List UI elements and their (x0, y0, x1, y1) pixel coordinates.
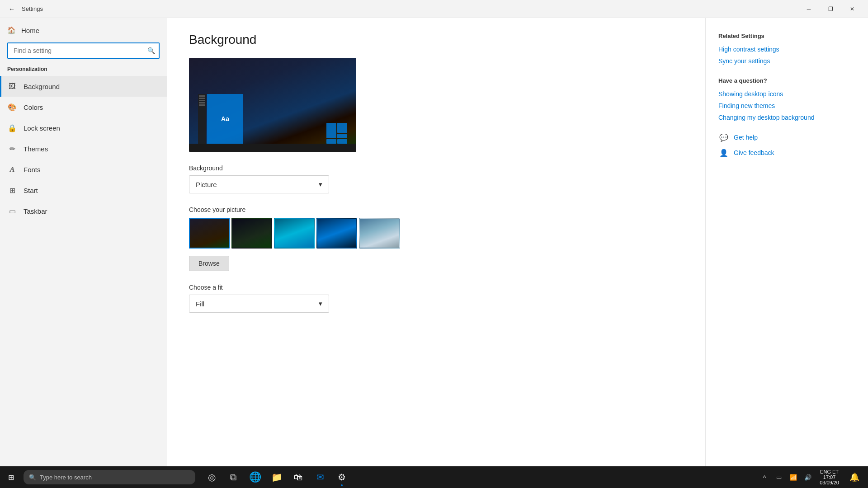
back-button[interactable]: ← (5, 3, 18, 15)
tray-volume-icon[interactable]: 🔊 (802, 471, 814, 483)
taskbar-settings-app[interactable]: ⚙ (331, 466, 353, 488)
preview-taskbar (189, 144, 356, 152)
preview-tile (326, 139, 336, 144)
close-button[interactable]: ✕ (842, 0, 863, 18)
taskbar-explorer[interactable]: 📁 (266, 466, 288, 488)
picture-thumb-4[interactable] (316, 218, 357, 249)
taskbar-tray: ^ ▭ 📶 🔊 ENG ET 17:07 03/09/20 🔔 (758, 466, 868, 488)
picture-thumb-3[interactable] (274, 218, 315, 249)
preview-tile (326, 123, 336, 138)
tray-time: 17:07 (823, 474, 836, 480)
preview-main: Aa (207, 94, 243, 144)
give-feedback-link[interactable]: Give feedback (734, 149, 774, 156)
taskbar-search-app[interactable]: ◎ (201, 466, 222, 488)
picture-thumb-1[interactable] (189, 218, 230, 249)
taskbar-search-box[interactable]: 🔍 Type here to search (24, 470, 195, 484)
related-settings-title: Related Settings (718, 33, 855, 39)
tray-network-icon[interactable]: 📶 (787, 471, 800, 483)
preview-line (199, 102, 205, 103)
sidebar-item-taskbar[interactable]: ▭ Taskbar (0, 201, 167, 221)
taskbar-edge[interactable]: 🌐 (244, 466, 266, 488)
taskbar-search-placeholder: Type here to search (40, 474, 92, 481)
background-dropdown-value: Picture (196, 181, 217, 188)
preview-window: Aa (198, 94, 243, 144)
search-input[interactable] (7, 42, 160, 59)
picture-thumb-2[interactable] (231, 218, 272, 249)
taskbar-app-icons: ◎ ⧉ 🌐 📁 🛍 ✉ ⚙ (201, 466, 353, 488)
sidebar-item-colors[interactable]: 🎨 Colors (0, 97, 167, 117)
finding-new-themes-item[interactable]: Finding new themes (718, 102, 855, 109)
taskbar-task-view[interactable]: ⧉ (222, 466, 244, 488)
get-help-item[interactable]: 💬 Get help (718, 132, 855, 143)
search-wrap: 🔍 (7, 42, 160, 59)
give-feedback-item[interactable]: 👤 Give feedback (718, 147, 855, 158)
window-controls: ─ ❐ ✕ (798, 0, 863, 18)
lock-screen-icon: 🔒 (7, 123, 17, 133)
background-preview: Aa (189, 58, 356, 152)
start-icon: ⊞ (7, 185, 17, 195)
high-contrast-link[interactable]: High contrast settings (718, 46, 855, 53)
colors-icon: 🎨 (7, 102, 17, 112)
chevron-down-icon: ▾ (319, 180, 322, 188)
sidebar-item-label-colors: Colors (24, 103, 43, 111)
showing-desktop-icons-link[interactable]: Showing desktop icons (718, 90, 783, 98)
have-question-label: Have a question? (718, 77, 855, 84)
themes-icon: ✏ (7, 144, 17, 154)
changing-desktop-background-link[interactable]: Changing my desktop background (718, 114, 814, 121)
right-panel: Related Settings High contrast settings … (705, 18, 868, 466)
sidebar-item-label-fonts: Fonts (24, 166, 41, 174)
sidebar-section-label: Personalization (0, 64, 167, 76)
picture-grid (189, 218, 684, 249)
taskbar-mail[interactable]: ✉ (309, 466, 331, 488)
tray-clock[interactable]: ENG ET 17:07 03/09/20 (816, 466, 843, 488)
sidebar-item-label-lock-screen: Lock screen (24, 124, 60, 132)
preview-tiles (326, 123, 347, 144)
tray-chevron-icon[interactable]: ^ (758, 471, 771, 483)
fit-dropdown-value: Fill (196, 300, 204, 308)
tray-notification-icon[interactable]: 🔔 (844, 466, 864, 488)
tray-display-icon[interactable]: ▭ (773, 471, 785, 483)
tray-language: ENG ET (820, 469, 839, 474)
showing-desktop-icons-item[interactable]: Showing desktop icons (718, 90, 855, 98)
sidebar-item-label-themes: Themes (24, 145, 48, 153)
sidebar-home-button[interactable]: 🏠 Home (0, 22, 167, 39)
fit-dropdown-wrap: Fill ▾ (189, 295, 684, 313)
sidebar-item-label-taskbar: Taskbar (24, 207, 47, 215)
finding-new-themes-link[interactable]: Finding new themes (718, 102, 775, 109)
get-help-link[interactable]: Get help (734, 134, 758, 141)
taskbar-search-icon: 🔍 (29, 474, 36, 481)
fit-dropdown[interactable]: Fill ▾ (189, 295, 329, 313)
sync-settings-link[interactable]: Sync your settings (718, 57, 855, 65)
app-title: Settings (22, 5, 43, 12)
changing-desktop-background-item[interactable]: Changing my desktop background (718, 114, 855, 121)
taskbar-nav-icon: ▭ (7, 206, 17, 216)
sidebar-item-lock-screen[interactable]: 🔒 Lock screen (0, 117, 167, 138)
give-feedback-icon: 👤 (718, 147, 729, 158)
page-title: Background (189, 33, 684, 47)
search-icon: 🔍 (147, 47, 155, 54)
start-button[interactable]: ⊞ (0, 466, 22, 488)
choose-picture-label: Choose your picture (189, 206, 684, 213)
picture-thumb-5[interactable] (359, 218, 400, 249)
restore-button[interactable]: ❐ (820, 0, 841, 18)
fonts-icon: A (7, 164, 17, 174)
sidebar-item-label-start: Start (24, 187, 38, 194)
sidebar: 🏠 Home 🔍 Personalization 🖼 Background 🎨 … (0, 18, 167, 466)
preview-line (199, 100, 205, 101)
preview-tile (337, 139, 347, 144)
browse-button[interactable]: Browse (189, 256, 229, 271)
sidebar-item-fonts[interactable]: A Fonts (0, 159, 167, 180)
sidebar-item-start[interactable]: ⊞ Start (0, 180, 167, 201)
background-icon: 🖼 (7, 81, 17, 91)
taskbar-store[interactable]: 🛍 (288, 466, 309, 488)
desktop-overlay: Aa (189, 80, 356, 152)
back-icon: ← (9, 5, 15, 13)
start-icon: ⊞ (8, 473, 14, 482)
preview-tile (337, 123, 347, 133)
minimize-button[interactable]: ─ (798, 0, 819, 18)
sidebar-item-themes[interactable]: ✏ Themes (0, 138, 167, 159)
preview-sidebar (198, 94, 206, 144)
sidebar-item-background[interactable]: 🖼 Background (0, 76, 167, 97)
home-label: Home (21, 27, 39, 34)
background-dropdown[interactable]: Picture ▾ (189, 175, 329, 193)
